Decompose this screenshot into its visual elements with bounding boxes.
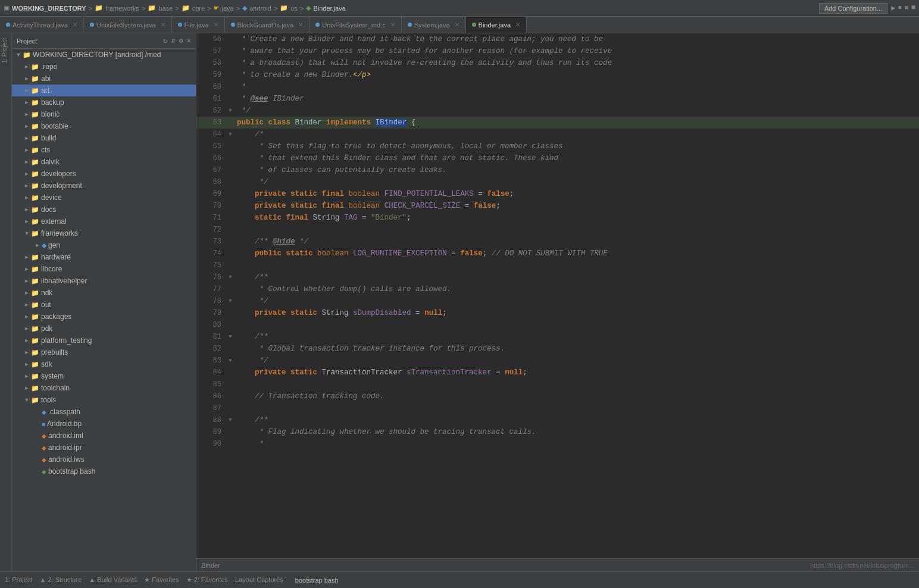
tab-binder[interactable]: Binder.java ✕	[466, 17, 527, 33]
list-item[interactable]: ◆ .classpath	[12, 406, 196, 418]
fold-marker[interactable]	[226, 224, 235, 236]
list-item[interactable]: ► 📁 bionic	[12, 108, 196, 120]
fold-marker[interactable]	[226, 117, 235, 129]
list-item[interactable]: ► 📁 toolchain	[12, 382, 196, 394]
fold-marker[interactable]	[226, 390, 235, 402]
tab-close[interactable]: ✕	[390, 21, 395, 28]
list-item[interactable]: ► 📁 out	[12, 299, 196, 311]
fold-marker[interactable]	[226, 438, 235, 450]
fold-marker[interactable]	[226, 176, 235, 188]
list-item[interactable]: ► 📁 pdk	[12, 323, 196, 334]
fold-marker[interactable]	[226, 188, 235, 200]
fold-marker[interactable]	[226, 402, 235, 414]
list-item[interactable]: ► 📁 backup	[12, 96, 196, 108]
list-item[interactable]: ► 📁 system	[12, 370, 196, 382]
list-item[interactable]: ► 📁 cts	[12, 144, 196, 156]
bottom-tab-build[interactable]: ▲ Build Variants	[89, 575, 137, 585]
run-icon[interactable]: ▶	[891, 4, 895, 12]
fold-marker[interactable]	[226, 283, 235, 295]
tab-file[interactable]: File.java ✕	[172, 17, 225, 33]
fold-marker[interactable]	[226, 93, 235, 105]
tab-close[interactable]: ✕	[515, 21, 520, 28]
list-item[interactable]: ► 📁 development	[12, 180, 196, 192]
add-configuration-button[interactable]: Add Configuration...	[819, 3, 887, 14]
bottom-tab-project[interactable]: 1: Project	[5, 575, 32, 585]
fold-marker[interactable]	[226, 343, 235, 355]
project-tree[interactable]: ▼ 📁 WORKING_DIRECTORY [android] /med ► 📁…	[12, 49, 196, 571]
tab-blockguard[interactable]: BlockGuardOs.java ✕	[225, 17, 310, 33]
tab-close[interactable]: ✕	[161, 21, 165, 28]
fold-marker[interactable]	[226, 236, 235, 248]
fold-marker[interactable]: ▼	[226, 105, 235, 117]
list-item[interactable]: ▼ 📁 frameworks	[12, 227, 196, 239]
list-item[interactable]: ► 📁 device	[12, 192, 196, 204]
settings-icon[interactable]: ⚙	[179, 36, 183, 45]
list-item[interactable]: ► 📁 libcore	[12, 263, 196, 275]
fold-marker[interactable]: ▼	[226, 331, 235, 343]
list-item[interactable]: ► 📁 build	[12, 132, 196, 144]
list-item[interactable]: ► 📁 hardware	[12, 251, 196, 263]
list-item[interactable]: ▼ 📁 tools	[12, 394, 196, 406]
list-item[interactable]: ► 📁 packages	[12, 311, 196, 323]
fold-marker[interactable]: ▼	[226, 129, 235, 140]
fold-marker[interactable]	[226, 248, 235, 259]
tree-root[interactable]: ▼ 📁 WORKING_DIRECTORY [android] /med	[12, 49, 196, 61]
list-item[interactable]: ► 📁 platform_testing	[12, 334, 196, 346]
list-item[interactable]: ■ Android.bp	[12, 418, 196, 430]
list-item[interactable]: ► 📁 .repo	[12, 61, 196, 73]
tab-close[interactable]: ✕	[73, 21, 77, 28]
collapse-icon[interactable]: ⇵	[171, 36, 175, 45]
fold-marker[interactable]	[226, 45, 235, 57]
list-item[interactable]: ► ◆ gen	[12, 239, 196, 251]
bottom-tab-favorites[interactable]: ★ Favorites	[144, 575, 179, 585]
fold-marker[interactable]	[226, 319, 235, 331]
tab-close[interactable]: ✕	[455, 21, 460, 28]
fold-marker[interactable]	[226, 164, 235, 176]
fold-marker[interactable]: ▼	[226, 355, 235, 367]
fold-marker[interactable]	[226, 57, 235, 69]
list-item[interactable]: ► 📁 art	[12, 85, 196, 96]
list-item[interactable]: ◆ bootstrap bash	[12, 465, 196, 477]
tab-close[interactable]: ✕	[214, 21, 218, 28]
side-tab-project[interactable]: 1: Project	[0, 33, 11, 68]
list-item[interactable]: ► 📁 developers	[12, 168, 196, 180]
close-panel-icon[interactable]: ✕	[187, 36, 191, 45]
fold-marker[interactable]: ▼	[226, 414, 235, 426]
tab-activity[interactable]: ActivityThread.java ✕	[0, 17, 84, 33]
list-item[interactable]: ◆ android.ipr	[12, 442, 196, 453]
code-content[interactable]: 56 * Create a new Binder and hand it bac…	[196, 33, 919, 558]
profile-icon[interactable]: ■	[911, 4, 915, 12]
tab-unixmd[interactable]: UnixFileSystem_md.c ✕	[310, 17, 401, 33]
list-item[interactable]: ► 📁 sdk	[12, 358, 196, 370]
fold-marker[interactable]: ▼	[226, 271, 235, 283]
fold-marker[interactable]	[226, 259, 235, 271]
debug-icon[interactable]: ●	[898, 4, 902, 12]
fold-marker[interactable]	[226, 426, 235, 438]
fold-marker[interactable]	[226, 367, 235, 379]
tab-system[interactable]: System.java ✕	[402, 17, 466, 33]
bottom-tab-layout[interactable]: Layout Captures	[235, 575, 283, 585]
bottom-tab-structure[interactable]: ▲ 2: Structure	[39, 575, 82, 585]
list-item[interactable]: ► 📁 abi	[12, 73, 196, 85]
fold-marker[interactable]	[226, 69, 235, 81]
fold-marker[interactable]	[226, 33, 235, 45]
tab-unix[interactable]: UnixFileSystem.java ✕	[84, 17, 172, 33]
fold-marker[interactable]	[226, 307, 235, 319]
fold-marker[interactable]	[226, 200, 235, 212]
list-item[interactable]: ► 📁 ndk	[12, 287, 196, 299]
bottom-tab-fav2[interactable]: ★ 2: Favorites	[186, 575, 229, 585]
fold-marker[interactable]	[226, 81, 235, 93]
list-item[interactable]: ► 📁 bootable	[12, 120, 196, 132]
list-item[interactable]: ► 📁 libnativehelper	[12, 275, 196, 287]
fold-marker[interactable]	[226, 152, 235, 164]
list-item[interactable]: ► 📁 prebuilts	[12, 346, 196, 358]
fold-marker[interactable]	[226, 212, 235, 224]
fold-marker[interactable]: ▼	[226, 295, 235, 307]
list-item[interactable]: ► 📁 dalvik	[12, 156, 196, 168]
coverage-icon[interactable]: ✖	[905, 4, 909, 12]
sync-icon[interactable]: ↻	[163, 36, 167, 45]
fold-marker[interactable]	[226, 379, 235, 390]
code-editor[interactable]: 56 * Create a new Binder and hand it bac…	[196, 33, 919, 571]
fold-marker[interactable]	[226, 140, 235, 152]
list-item[interactable]: ◆ android.iws	[12, 453, 196, 465]
